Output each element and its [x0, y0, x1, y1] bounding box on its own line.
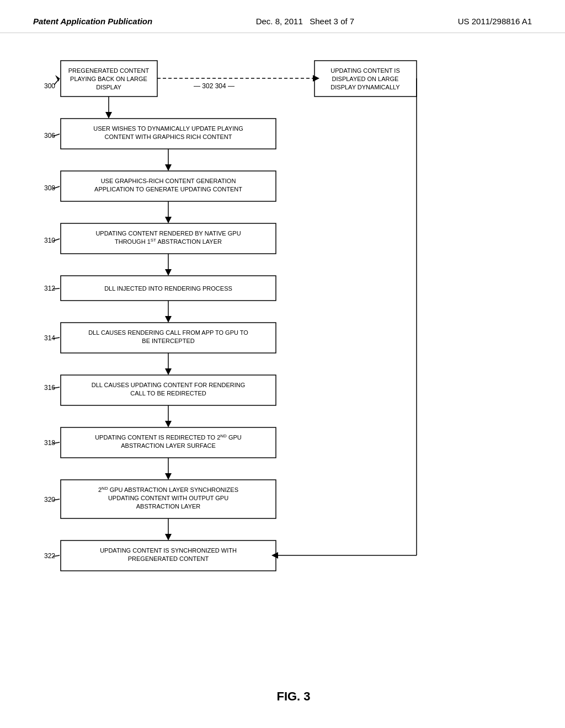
- diagram-area: PREGENERATED CONTENT PLAYING BACK ON LAR…: [0, 33, 565, 726]
- svg-text:DISPLAY: DISPLAY: [96, 84, 121, 90]
- svg-marker-22: [165, 164, 172, 171]
- svg-marker-9: [313, 75, 319, 82]
- svg-rect-23: [61, 171, 276, 201]
- svg-text:UPDATING CONTENT IS SYNCHRONIZ: UPDATING CONTENT IS SYNCHRONIZED WITH: [100, 547, 237, 554]
- svg-text:UPDATING CONTENT WITH OUTPUT G: UPDATING CONTENT WITH OUTPUT GPU: [108, 495, 228, 501]
- svg-line-54: [53, 387, 60, 388]
- svg-line-61: [53, 442, 60, 443]
- svg-text:316: 316: [44, 384, 55, 392]
- figure-label: FIG. 3: [55, 689, 532, 704]
- svg-text:— 302  304 —: — 302 304 —: [194, 82, 234, 90]
- publication-title: Patent Application Publication: [33, 15, 152, 27]
- svg-line-34: [53, 239, 60, 241]
- svg-line-12: [54, 78, 60, 85]
- svg-text:CALL TO BE REDIRECTED: CALL TO BE REDIRECTED: [130, 390, 206, 397]
- svg-text:CONTENT WITH GRAPHICS RICH CON: CONTENT WITH GRAPHICS RICH CONTENT: [105, 133, 232, 140]
- svg-text:2ND GPU ABSTRACTION LAYER SYNC: 2ND GPU ABSTRACTION LAYER SYNCHRONIZES: [98, 486, 238, 493]
- svg-marker-49: [165, 368, 172, 375]
- svg-text:312: 312: [44, 285, 55, 292]
- svg-marker-29: [165, 217, 172, 223]
- svg-rect-37: [61, 276, 276, 301]
- svg-text:BE INTERCEPTED: BE INTERCEPTED: [142, 338, 194, 344]
- svg-text:ABSTRACTION LAYER SURFACE: ABSTRACTION LAYER SURFACE: [121, 442, 216, 449]
- svg-rect-43: [61, 323, 276, 353]
- svg-text:DLL CAUSES UPDATING CONTENT FO: DLL CAUSES UPDATING CONTENT FOR RENDERIN…: [92, 382, 246, 388]
- page-header: Patent Application Publication Dec. 8, 2…: [0, 0, 565, 33]
- svg-text:UPDATING CONTENT IS REDIRECTED: UPDATING CONTENT IS REDIRECTED TO 2ND GP…: [95, 433, 242, 441]
- svg-marker-13: [55, 75, 60, 82]
- svg-text:PREGENERATED CONTENT: PREGENERATED CONTENT: [68, 67, 150, 74]
- svg-text:320: 320: [44, 496, 55, 504]
- svg-marker-36: [165, 269, 172, 276]
- svg-rect-30: [61, 223, 276, 254]
- svg-text:ABSTRACTION LAYER: ABSTRACTION LAYER: [136, 503, 201, 510]
- svg-rect-16: [61, 119, 276, 149]
- publication-number: US 2011/298816 A1: [458, 15, 532, 27]
- diagram-svg: PREGENERATED CONTENT PLAYING BACK ON LAR…: [44, 50, 497, 673]
- svg-text:306: 306: [44, 132, 55, 140]
- svg-marker-15: [105, 112, 112, 119]
- svg-marker-56: [165, 421, 172, 427]
- svg-text:UPDATING CONTENT RENDERED BY N: UPDATING CONTENT RENDERED BY NATIVE GPU: [95, 230, 241, 237]
- svg-line-76: [53, 555, 60, 556]
- svg-line-20: [53, 134, 60, 136]
- svg-marker-42: [165, 316, 172, 323]
- svg-rect-50: [61, 375, 276, 405]
- svg-text:APPLICATION TO GENERATE UPDATI: APPLICATION TO GENERATE UPDATING CONTENT: [94, 186, 242, 192]
- svg-line-27: [53, 186, 60, 189]
- svg-rect-0: [61, 61, 157, 97]
- publication-date-sheet: Dec. 8, 2011 Sheet 3 of 7: [256, 15, 354, 27]
- svg-rect-72: [61, 540, 276, 571]
- svg-line-69: [53, 499, 60, 500]
- svg-marker-79: [271, 552, 278, 559]
- svg-text:314: 314: [44, 334, 55, 342]
- svg-text:310: 310: [44, 237, 55, 244]
- svg-text:DISPLAYED ON LARGE: DISPLAYED ON LARGE: [332, 76, 399, 82]
- svg-line-47: [53, 338, 60, 339]
- svg-text:318: 318: [44, 439, 55, 447]
- svg-rect-57: [61, 427, 276, 458]
- svg-text:300: 300: [44, 82, 55, 90]
- svg-text:USE GRAPHICS-RICH CONTENT GENE: USE GRAPHICS-RICH CONTENT GENERATION: [101, 178, 236, 184]
- svg-marker-71: [165, 534, 172, 540]
- svg-text:308: 308: [44, 184, 55, 192]
- svg-text:322: 322: [44, 552, 55, 560]
- svg-rect-64: [61, 480, 276, 518]
- svg-text:USER WISHES TO DYNAMICALLY UPD: USER WISHES TO DYNAMICALLY UPDATE PLAYIN…: [93, 125, 243, 132]
- svg-text:UPDATING CONTENT IS: UPDATING CONTENT IS: [331, 67, 400, 74]
- svg-text:DISPLAY DYNAMICALLY: DISPLAY DYNAMICALLY: [331, 84, 400, 90]
- svg-line-40: [53, 288, 60, 289]
- svg-text:PREGENERATED CONTENT: PREGENERATED CONTENT: [128, 555, 209, 562]
- svg-text:DLL INJECTED INTO RENDERING PR: DLL INJECTED INTO RENDERING PROCESS: [104, 285, 232, 292]
- svg-rect-4: [315, 61, 417, 97]
- svg-text:DLL CAUSES RENDERING CALL FROM: DLL CAUSES RENDERING CALL FROM APP TO GP…: [88, 329, 248, 336]
- svg-marker-63: [165, 473, 172, 480]
- svg-text:PLAYING BACK ON LARGE: PLAYING BACK ON LARGE: [70, 76, 147, 82]
- svg-text:THROUGH 1ST ABSTRACTION LAYER: THROUGH 1ST ABSTRACTION LAYER: [115, 238, 222, 245]
